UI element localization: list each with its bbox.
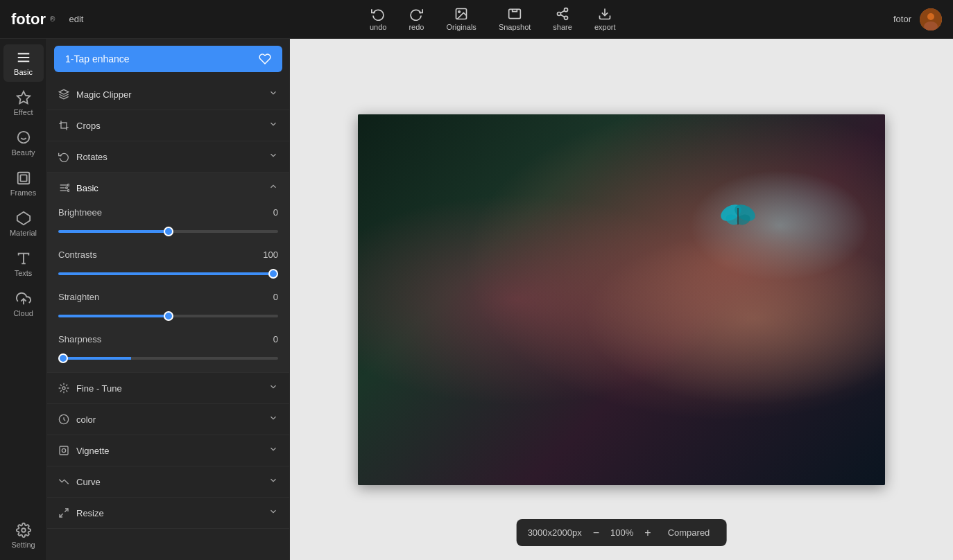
snapshot-icon	[508, 7, 522, 21]
sidebar-item-effect[interactable]: Effect	[3, 85, 44, 122]
basic-left: Basic	[58, 182, 98, 193]
edit-label: edit	[69, 14, 83, 24]
compare-button[interactable]: Compared	[662, 525, 716, 541]
svg-line-6	[560, 15, 565, 17]
image-dimensions: 3000x2000px	[528, 527, 582, 538]
export-action[interactable]: export	[594, 7, 616, 31]
sidebar-item-label: Texts	[15, 269, 33, 277]
export-icon	[598, 7, 612, 21]
sharpness-row: Sharpness 0	[58, 334, 278, 344]
magic-clipper-icon	[58, 89, 69, 100]
contrasts-slider-container: Contrasts 100	[47, 245, 289, 288]
straighten-label: Straighten	[58, 292, 99, 302]
svg-point-29	[67, 184, 69, 186]
color-left: color	[58, 414, 96, 425]
curve-header[interactable]: Curve	[47, 466, 289, 497]
resize-label: Resize	[76, 508, 104, 518]
originals-icon	[454, 7, 468, 21]
sidebar-item-beauty[interactable]: Beauty	[3, 125, 44, 162]
fine-tune-header[interactable]: Fine - Tune	[47, 373, 289, 403]
svg-rect-18	[17, 173, 29, 184]
svg-point-1	[458, 11, 461, 12]
enhance-button[interactable]: 1-Tap enhance	[54, 46, 282, 72]
sidebar-item-texts[interactable]: Texts	[3, 245, 44, 283]
butterfly-decoration	[717, 195, 759, 237]
svg-point-4	[558, 12, 561, 16]
sharpness-slider-container: Sharpness 0	[47, 330, 289, 372]
main-layout: Basic Effect Beauty Frames Material Text…	[0, 39, 953, 560]
brightness-value: 0	[273, 207, 278, 218]
originals-action[interactable]: Originals	[446, 7, 476, 31]
chevron-icon	[268, 88, 278, 100]
svg-point-30	[66, 187, 68, 189]
sidebar-item-setting[interactable]: Setting	[3, 517, 44, 554]
color-header[interactable]: color	[47, 404, 289, 435]
sidebar-item-cloud[interactable]: Cloud	[3, 286, 44, 323]
effect-icon	[16, 90, 31, 105]
chevron-icon	[268, 119, 278, 132]
zoom-in-button[interactable]: +	[642, 525, 653, 541]
rotates-section: Rotates	[47, 141, 289, 173]
sidebar-item-basic[interactable]: Basic	[3, 44, 44, 82]
undo-action[interactable]: undo	[370, 7, 386, 31]
svg-marker-15	[17, 91, 29, 103]
share-icon	[556, 7, 569, 21]
avatar[interactable]	[920, 8, 942, 30]
cloud-icon	[16, 291, 31, 306]
header-actions: undo redo Originals Snapshot share expor…	[92, 7, 893, 31]
magic-clipper-left: Magic Clipper	[58, 89, 131, 100]
edit-dropdown[interactable]: edit	[63, 11, 92, 27]
sharpness-label: Sharpness	[58, 334, 101, 344]
canvas-image	[358, 114, 885, 485]
texts-icon	[16, 251, 31, 266]
rotates-header[interactable]: Rotates	[47, 141, 289, 172]
vignette-header[interactable]: Vignette	[47, 435, 289, 466]
basic-icon	[16, 50, 31, 65]
zoom-out-button[interactable]: −	[590, 525, 602, 541]
rotates-left: Rotates	[58, 151, 108, 162]
resize-header[interactable]: Resize	[47, 498, 289, 528]
fine-tune-section: Fine - Tune	[47, 373, 289, 404]
undo-label: undo	[370, 23, 386, 31]
brightness-input[interactable]	[58, 230, 278, 233]
crops-header[interactable]: Crops	[47, 110, 289, 141]
redo-icon	[409, 7, 423, 21]
sidebar-item-frames[interactable]: Frames	[3, 165, 44, 202]
chevron-icon	[268, 413, 278, 426]
sidebar-item-material[interactable]: Material	[3, 205, 44, 243]
chevron-icon	[268, 444, 278, 457]
svg-point-5	[565, 16, 568, 19]
brightness-slider-container: Brightneee 0	[47, 203, 289, 245]
sharpness-value: 0	[273, 334, 278, 344]
curve-left: Curve	[58, 476, 101, 487]
redo-action[interactable]: redo	[409, 7, 424, 31]
chevron-icon	[268, 150, 278, 163]
snapshot-action[interactable]: Snapshot	[499, 7, 531, 31]
straighten-input[interactable]	[58, 315, 278, 317]
resize-section: Resize	[47, 498, 289, 529]
user-name: fotor	[893, 14, 911, 24]
beauty-icon	[16, 130, 31, 146]
magic-clipper-section: Magic Clipper	[47, 79, 289, 110]
basic-section: Basic Brightneee 0 Contrasts 100	[47, 173, 289, 373]
basic-header[interactable]: Basic	[47, 173, 289, 203]
contrasts-input[interactable]	[58, 272, 278, 275]
sidebar-item-label: Cloud	[13, 309, 33, 317]
sidebar-item-label: Basic	[14, 68, 33, 76]
svg-rect-2	[509, 9, 521, 18]
compare-label: Compared	[668, 527, 710, 538]
photo-overlay	[358, 114, 885, 485]
logo-text: fotor	[11, 10, 46, 28]
sharpness-input[interactable]	[58, 357, 278, 360]
curve-label: Curve	[76, 477, 101, 487]
svg-line-36	[65, 509, 68, 512]
header: fotor® edit undo redo Originals Snapshot…	[0, 0, 953, 39]
vignette-icon	[58, 445, 69, 456]
color-label: color	[76, 414, 96, 425]
straighten-value: 0	[273, 292, 278, 302]
share-action[interactable]: share	[553, 7, 572, 31]
chevron-icon	[268, 382, 278, 394]
svg-line-37	[60, 514, 63, 517]
crops-label: Crops	[76, 121, 101, 131]
magic-clipper-header[interactable]: Magic Clipper	[47, 79, 289, 110]
